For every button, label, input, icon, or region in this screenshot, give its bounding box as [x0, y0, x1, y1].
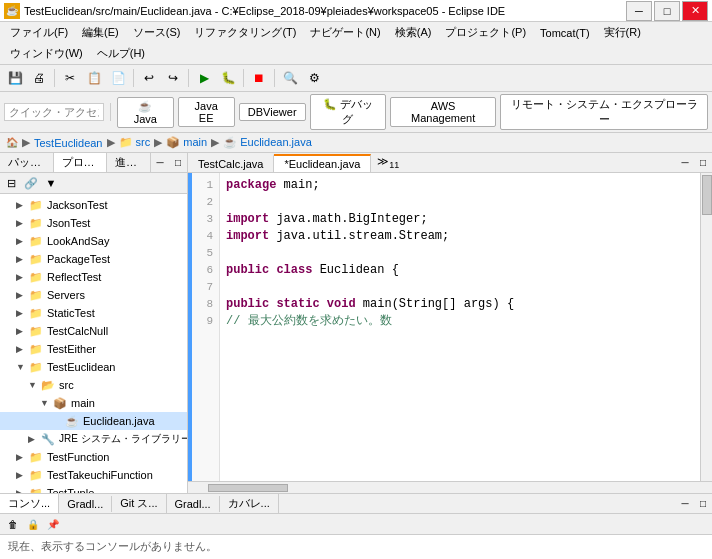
tree-item-testcalcnull[interactable]: ▶ 📁 TestCalcNull: [0, 322, 187, 340]
bottom-maximize-btn[interactable]: □: [694, 495, 712, 513]
menu-item-ヘルプh[interactable]: ヘルプ(H): [91, 44, 151, 63]
left-panel-minimize[interactable]: ─: [151, 154, 169, 172]
line-numbers: 1 2 3 4 5 6 7 8 9: [192, 173, 220, 481]
toolbar-btn-settings[interactable]: ⚙: [303, 67, 325, 89]
editor-maximize-btn[interactable]: □: [694, 154, 712, 172]
tab-console[interactable]: コンソ...: [0, 494, 59, 513]
close-button[interactable]: ✕: [682, 1, 708, 21]
toolbar-btn-3[interactable]: ✂: [59, 67, 81, 89]
persp-btn-remote[interactable]: リモート・システム・エクスプローラー: [500, 94, 708, 130]
menu-item-ナビゲートn[interactable]: ナビゲート(N): [304, 23, 386, 42]
quick-access-input[interactable]: [4, 103, 104, 121]
panel-collapse-all[interactable]: ⊟: [2, 174, 20, 192]
code-hscroll[interactable]: [188, 481, 712, 493]
tab-packages[interactable]: パッケ...: [0, 153, 54, 172]
tree-item-testeuclidean[interactable]: ▼ 📁 TestEuclidean: [0, 358, 187, 376]
tab-progress[interactable]: 進行...: [107, 153, 151, 172]
tree-item-testfunction[interactable]: ▶ 📁 TestFunction: [0, 448, 187, 466]
menu-item-tomcatt[interactable]: Tomcat(T): [534, 25, 596, 41]
toolbar-btn-undo[interactable]: ↩: [138, 67, 160, 89]
left-panel-maximize[interactable]: □: [169, 154, 187, 172]
tab-gradle-1[interactable]: Gradl...: [59, 496, 112, 512]
tree-item-servers[interactable]: ▶ 📁 Servers: [0, 286, 187, 304]
menu-item-検索a[interactable]: 検索(A): [389, 23, 438, 42]
breadcrumb-item-0[interactable]: TestEuclidean: [34, 137, 103, 149]
menu-item-プロジェクトp[interactable]: プロジェクト(P): [439, 23, 532, 42]
code-text-area[interactable]: package main; import java.math.BigIntege…: [220, 173, 700, 481]
tab-git[interactable]: Git ス...: [112, 494, 166, 513]
line-num-8: 8: [194, 296, 217, 313]
toolbar-btn-1[interactable]: 💾: [4, 67, 26, 89]
tab-coverage[interactable]: カバレ...: [220, 494, 279, 513]
project-icon: 📁: [28, 197, 44, 213]
code-vscrollbar[interactable]: [700, 173, 712, 481]
menu-item-ファイルf[interactable]: ファイル(F): [4, 23, 74, 42]
tree-item-jacksontest[interactable]: ▶ 📁 JacksonTest: [0, 196, 187, 214]
line-num-9: 9: [194, 313, 217, 330]
tree-item-statictest[interactable]: ▶ 📁 StaticTest: [0, 304, 187, 322]
breadcrumb-icon-home: 🏠: [6, 137, 18, 148]
toolbar-btn-4[interactable]: 📋: [83, 67, 105, 89]
persp-btn-javaee[interactable]: Java EE: [178, 97, 235, 127]
breadcrumb-item-2[interactable]: 📦 main: [166, 136, 207, 149]
code-line-1: package main;: [226, 177, 694, 194]
code-vscroll-thumb[interactable]: [702, 175, 712, 215]
tab-testcalc[interactable]: TestCalc.java: [188, 154, 274, 172]
toolbar-btn-search[interactable]: 🔍: [279, 67, 301, 89]
menu-item-編集e[interactable]: 編集(E): [76, 23, 125, 42]
left-panel-toolbar: ⊟ 🔗 ▼: [0, 173, 187, 194]
persp-btn-java[interactable]: ☕ Java: [117, 97, 174, 128]
project-icon: 📁: [28, 269, 44, 285]
tab-gradle-2[interactable]: Gradl...: [167, 496, 220, 512]
menu-item-ソースs[interactable]: ソース(S): [127, 23, 187, 42]
tree-item-packagetest[interactable]: ▶ 📁 PackageTest: [0, 250, 187, 268]
line-num-2: 2: [194, 194, 217, 211]
tree-item-testtuple[interactable]: ▶ 📁 TestTuple: [0, 484, 187, 493]
menu-item-リファクタリング[interactable]: リファクタリング(T): [188, 23, 302, 42]
tab-projects[interactable]: プロジ...: [54, 153, 108, 172]
toolbar-btn-debug[interactable]: 🐛: [217, 67, 239, 89]
persp-btn-debug[interactable]: 🐛 デバッグ: [310, 94, 387, 130]
panel-menu[interactable]: ▼: [42, 174, 60, 192]
tree-item-testtakeuchifunction[interactable]: ▶ 📁 TestTakeuchiFunction: [0, 466, 187, 484]
menu-item-実行r[interactable]: 実行(R): [598, 23, 647, 42]
tree-item-jsontest[interactable]: ▶ 📁 JsonTest: [0, 214, 187, 232]
panel-link-editor[interactable]: 🔗: [22, 174, 40, 192]
minimize-button[interactable]: ─: [626, 1, 652, 21]
maximize-button[interactable]: □: [654, 1, 680, 21]
breadcrumb-item-3[interactable]: ☕ Euclidean.java: [223, 136, 312, 149]
tab-more[interactable]: ≫11: [371, 153, 405, 172]
hscroll-thumb[interactable]: [208, 484, 288, 492]
console-clear-btn[interactable]: 🗑: [4, 515, 22, 533]
project-icon: 📁: [28, 359, 44, 375]
tab-euclidean[interactable]: *Euclidean.java: [274, 154, 371, 172]
toolbar-btn-stop[interactable]: ⏹: [248, 67, 270, 89]
menu-item-ウィンドウw[interactable]: ウィンドウ(W): [4, 44, 89, 63]
bottom-minimize-btn[interactable]: ─: [676, 495, 694, 513]
toolbar-btn-2[interactable]: 🖨: [28, 67, 50, 89]
breadcrumb-sep-2: ▶: [154, 136, 162, 149]
tree-item-testeither[interactable]: ▶ 📁 TestEither: [0, 340, 187, 358]
project-tree[interactable]: ▶ 📁 JacksonTest ▶ 📁 JsonTest ▶ 📁 LookAnd…: [0, 194, 187, 493]
bottom-tabs: コンソ... Gradl... Git ス... Gradl... カバレ...…: [0, 494, 712, 514]
persp-btn-aws[interactable]: AWS Management: [390, 97, 496, 127]
persp-btn-dbviewer[interactable]: DBViewer: [239, 103, 306, 121]
project-icon: 📁: [28, 449, 44, 465]
hscroll-track[interactable]: [188, 483, 712, 493]
editor-minimize-btn[interactable]: ─: [676, 154, 694, 172]
tree-item-jre[interactable]: ▶ 🔧 JRE システム・ライブラリー [JavaSE-1.8]: [0, 430, 187, 448]
toolbar-sep-4: [243, 69, 244, 87]
project-icon: 📁: [28, 251, 44, 267]
toolbar-btn-run[interactable]: ▶: [193, 67, 215, 89]
console-scroll-lock-btn[interactable]: 🔒: [24, 515, 42, 533]
tree-item-lookandsay[interactable]: ▶ 📁 LookAndSay: [0, 232, 187, 250]
tree-item-src[interactable]: ▼ 📂 src: [0, 376, 187, 394]
tree-item-euclidean-java[interactable]: ▶ ☕ Euclidean.java: [0, 412, 187, 430]
code-editor[interactable]: 1 2 3 4 5 6 7 8 9 package main; import j…: [188, 173, 712, 481]
breadcrumb-item-1[interactable]: 📁 src: [119, 136, 151, 149]
tree-item-reflecttest[interactable]: ▶ 📁 ReflectTest: [0, 268, 187, 286]
toolbar-btn-redo[interactable]: ↪: [162, 67, 184, 89]
tree-item-main[interactable]: ▼ 📦 main: [0, 394, 187, 412]
toolbar-btn-5[interactable]: 📄: [107, 67, 129, 89]
console-pin-btn[interactable]: 📌: [44, 515, 62, 533]
